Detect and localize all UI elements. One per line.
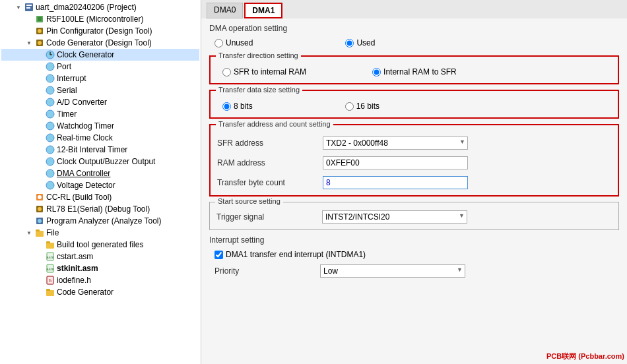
tree: uart_dma20240206 (Project) R5F100LE (Mic…	[0, 0, 201, 299]
sidebar-label-serial: Serial	[57, 86, 77, 95]
sidebar-item-adc[interactable]: A/D Converter	[1, 96, 199, 108]
analyzer-icon	[34, 216, 45, 226]
content-area: DMA0 DMA1 DMA operation setting Unused U…	[201, 0, 627, 364]
sidebar-item-cstart[interactable]: asm cstart.asm	[1, 251, 199, 262]
sidebar-label-interrupt: Interrupt	[57, 74, 86, 83]
sidebar-item-rl78[interactable]: RL78 E1(Serial) (Debug Tool)	[1, 203, 199, 215]
operation-radio-group: Unused Used	[209, 36, 619, 50]
buzzer-icon	[45, 156, 55, 167]
unused-label: Unused	[226, 38, 253, 47]
transfer-data-size-section: Transfer data size setting 8 bits 16 bit…	[209, 90, 619, 119]
sidebar-item-rtc[interactable]: Real-time Clock	[1, 132, 199, 144]
sfr-to-ram-radio-item[interactable]: SFR to internal RAM	[222, 67, 306, 76]
svg-point-8	[38, 41, 42, 45]
transfer-size-radio-group: 8 bits 16 bits	[217, 95, 611, 113]
sidebar-item-interrupt[interactable]: Interrupt	[1, 73, 199, 84]
svg-rect-32	[46, 241, 50, 243]
pin-icon	[34, 26, 45, 36]
16bits-label: 16 bits	[356, 102, 380, 111]
sfr-address-select[interactable]: TXD2 - 0x000ff48	[323, 136, 468, 150]
sidebar-item-port[interactable]: Port	[1, 61, 199, 73]
transfer-count-value	[323, 176, 611, 189]
svg-point-13	[46, 75, 54, 82]
transfer-count-input[interactable]	[323, 176, 468, 189]
transfer-count-label: Transfer byte count	[217, 178, 323, 187]
svg-rect-31	[46, 243, 54, 249]
interval-icon	[45, 144, 55, 155]
ram-address-input[interactable]	[323, 156, 468, 169]
sfr-address-label: SFR address	[217, 138, 323, 148]
ram-address-label: RAM address	[217, 158, 323, 167]
transfer-address-title: Transfer address and count setting	[216, 120, 333, 128]
sidebar-item-pin-config[interactable]: Pin Configurator (Design Tool)	[1, 25, 199, 37]
sidebar-item-iodefine[interactable]: h iodefine.h	[1, 274, 199, 286]
ram-to-sfr-radio-item[interactable]: Internal RAM to SFR	[372, 67, 457, 76]
code-gen-icon	[34, 38, 45, 48]
priority-select[interactable]: Low	[320, 264, 465, 278]
dma-tab-0[interactable]: DMA0	[207, 3, 243, 18]
start-source-title: Start source setting	[215, 197, 283, 205]
clock-icon	[45, 49, 55, 60]
priority-label: Priority	[214, 266, 320, 276]
sfr-address-value: TXD2 - 0x000ff48	[323, 136, 611, 150]
16bits-radio-item[interactable]: 16 bits	[345, 102, 380, 111]
sidebar-item-analyzer[interactable]: Program Analyzer (Analyze Tool)	[1, 215, 199, 227]
adc-icon	[45, 97, 55, 107]
dma-tab-1[interactable]: DMA1	[244, 3, 282, 18]
sidebar-item-project[interactable]: uart_dma20240206 (Project)	[1, 1, 199, 13]
svg-rect-2	[26, 7, 30, 9]
file-folder-icon	[34, 228, 45, 238]
used-label: Used	[356, 38, 375, 47]
serial-icon	[45, 85, 55, 96]
interrupt-checkbox[interactable]	[214, 251, 223, 259]
transfer-direction-section: Transfer direction setting SFR to intern…	[209, 55, 619, 84]
sidebar-label-rtc: Real-time Clock	[57, 133, 113, 142]
ram-to-sfr-radio[interactable]	[372, 68, 381, 76]
svg-point-20	[46, 158, 54, 166]
sfr-to-ram-label: SFR to internal RAM	[234, 67, 306, 76]
rl78-icon	[34, 204, 45, 214]
unused-radio[interactable]	[214, 39, 223, 47]
trigger-select[interactable]: INTST2/INTCSI20	[322, 210, 467, 224]
sidebar-item-mcu[interactable]: R5F100LE (Microcontroller)	[1, 13, 199, 25]
sidebar-item-interval[interactable]: 12-Bit Interval Timer	[1, 144, 199, 156]
sidebar-item-timer[interactable]: Timer	[1, 108, 199, 120]
sidebar-label-voltage: Voltage Detector	[57, 181, 116, 190]
project-icon	[24, 2, 34, 13]
interrupt-icon	[45, 73, 55, 84]
sidebar-item-code-gen[interactable]: Code Generator (Design Tool)	[1, 37, 199, 49]
sidebar-item-voltage[interactable]: Voltage Detector	[1, 179, 199, 191]
interrupt-checkbox-label: DMA1 transfer end interrupt (INTDMA1)	[226, 250, 366, 259]
code-gen2-icon	[45, 287, 55, 297]
expand-icon-project[interactable]	[13, 2, 24, 13]
sidebar-item-watchdog[interactable]: Watchdog Timer	[1, 120, 199, 132]
used-radio-item[interactable]: Used	[345, 38, 375, 47]
expand-icon-file[interactable]	[24, 228, 34, 238]
svg-text:h: h	[49, 278, 51, 283]
8bits-radio-item[interactable]: 8 bits	[222, 102, 253, 111]
svg-point-12	[46, 63, 54, 71]
unused-radio-item[interactable]: Unused	[214, 38, 253, 47]
ram-address-value	[323, 156, 611, 169]
sidebar-item-stkinit[interactable]: asm stkinit.asm	[1, 262, 199, 274]
sidebar-item-code-gen2[interactable]: Code Generator	[1, 286, 199, 298]
sidebar-label-cstart: cstart.asm	[57, 252, 93, 261]
sidebar-item-clock[interactable]: Clock Generator	[1, 49, 199, 61]
svg-point-28	[38, 219, 42, 223]
sidebar-label-dma: DMA Controller	[57, 169, 110, 178]
svg-rect-30	[36, 229, 40, 231]
timer-icon	[45, 109, 55, 119]
sidebar-item-file[interactable]: File	[1, 227, 199, 239]
interrupt-checkbox-row: DMA1 transfer end interrupt (INTDMA1)	[209, 247, 619, 262]
8bits-radio[interactable]	[222, 102, 231, 111]
used-radio[interactable]	[345, 39, 354, 47]
sidebar-item-dma[interactable]: DMA Controller	[1, 167, 199, 179]
sidebar-item-build-files[interactable]: Build tool generated files	[1, 239, 199, 251]
transfer-data-size-title: Transfer data size setting	[216, 86, 302, 94]
sidebar-item-serial[interactable]: Serial	[1, 84, 199, 96]
16bits-radio[interactable]	[345, 102, 354, 111]
expand-icon-code-gen[interactable]	[24, 38, 34, 48]
sidebar-item-buzzer[interactable]: Clock Output/Buzzer Output	[1, 156, 199, 167]
sfr-to-ram-radio[interactable]	[222, 68, 231, 76]
sidebar-item-ccrl[interactable]: CC-RL (Build Tool)	[1, 191, 199, 203]
